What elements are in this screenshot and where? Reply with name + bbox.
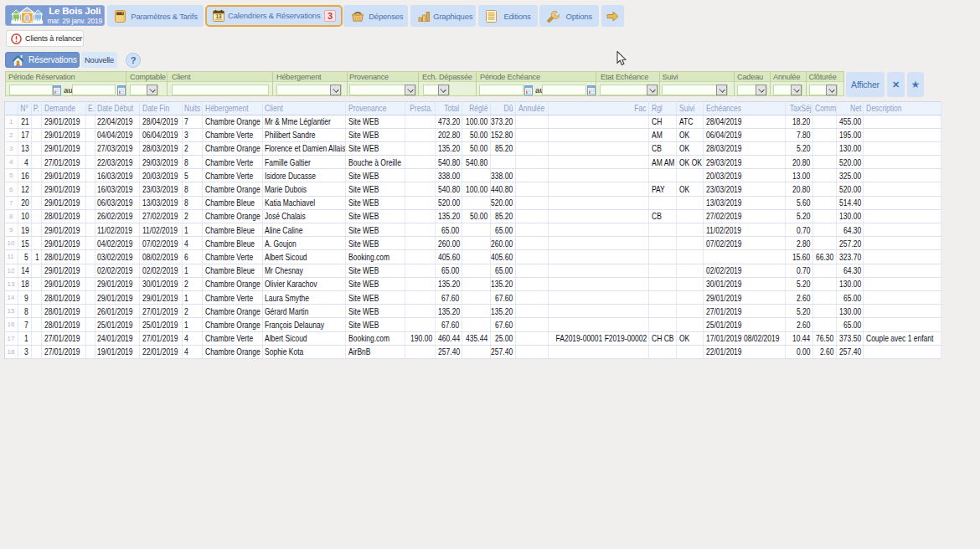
svg-text:13: 13 [215,13,221,19]
